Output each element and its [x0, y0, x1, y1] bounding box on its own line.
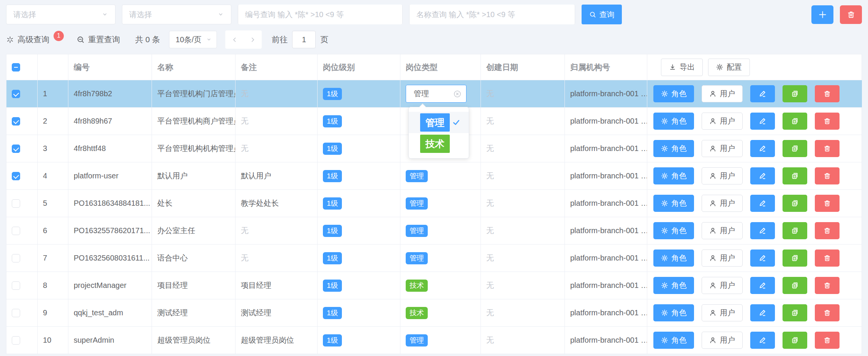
name-search-input[interactable]	[409, 5, 575, 24]
user-button[interactable]: 用户	[702, 332, 743, 349]
row-name-cell: 平台管理机构机构管理员	[152, 135, 236, 162]
row-org-cell: platform-branch-001 …	[565, 299, 647, 327]
row-checkbox[interactable]	[12, 309, 20, 317]
row-delete-button[interactable]	[815, 332, 840, 349]
user-button[interactable]: 用户	[702, 195, 743, 212]
edit-button[interactable]	[750, 222, 775, 239]
header-date: 创建日期	[481, 54, 565, 80]
row-delete-button[interactable]	[815, 167, 840, 184]
role-button[interactable]: 角色	[653, 195, 694, 212]
copy-button[interactable]	[783, 195, 807, 212]
gear-icon	[661, 118, 668, 125]
advanced-search-toggle[interactable]: 高级查询 1	[6, 34, 64, 45]
row-type-select[interactable]: 管理	[406, 85, 466, 103]
user-button[interactable]: 用户	[702, 277, 743, 294]
gear-icon	[661, 254, 668, 262]
copy-button[interactable]	[783, 85, 807, 102]
type-dropdown-option[interactable]: 管理	[409, 112, 469, 133]
role-button[interactable]: 角色	[653, 113, 694, 130]
export-button[interactable]: 导出	[661, 59, 703, 76]
search-button[interactable]: 查询	[582, 5, 622, 24]
config-button[interactable]: 配置	[708, 59, 750, 76]
goto-page-input[interactable]	[292, 31, 316, 48]
user-button[interactable]: 用户	[702, 113, 743, 130]
user-button-label: 用户	[720, 253, 735, 263]
row-checkbox[interactable]	[12, 90, 20, 98]
edit-button[interactable]	[750, 140, 775, 157]
row-delete-button[interactable]	[815, 250, 840, 267]
role-button[interactable]: 角色	[653, 304, 694, 321]
page-size-select[interactable]: 10条/页	[169, 31, 217, 48]
row-delete-button[interactable]	[815, 140, 840, 157]
reset-search-button[interactable]: 重置查询	[77, 34, 120, 45]
row-delete-button[interactable]	[815, 222, 840, 239]
row-delete-button[interactable]	[815, 304, 840, 321]
type-dropdown-option[interactable]: 技术	[409, 133, 469, 154]
user-button[interactable]: 用户	[702, 250, 743, 267]
add-button[interactable]	[811, 5, 833, 24]
user-button[interactable]: 用户	[702, 85, 743, 102]
header-code: 编号	[68, 54, 152, 80]
user-button-label: 用户	[720, 198, 735, 208]
role-button[interactable]: 角色	[653, 277, 694, 294]
copy-button[interactable]	[783, 140, 807, 157]
copy-button[interactable]	[783, 332, 807, 349]
role-button[interactable]: 角色	[653, 332, 694, 349]
row-checkbox[interactable]	[12, 199, 20, 208]
role-button[interactable]: 角色	[653, 167, 694, 184]
row-checkbox[interactable]	[12, 145, 20, 153]
row-delete-button[interactable]	[815, 85, 840, 102]
edit-button[interactable]	[750, 250, 775, 267]
row-checkbox[interactable]	[12, 227, 20, 235]
row-select-cell	[6, 190, 38, 217]
row-checkbox[interactable]	[12, 172, 20, 180]
role-button[interactable]: 角色	[653, 250, 694, 267]
user-button[interactable]: 用户	[702, 167, 743, 184]
type-badge: 管理	[406, 252, 428, 264]
row-checkbox[interactable]	[12, 117, 20, 126]
copy-button[interactable]	[783, 113, 807, 130]
role-button-label: 角色	[672, 143, 687, 154]
delete-selected-button[interactable]	[840, 5, 862, 24]
edit-button[interactable]	[750, 277, 775, 294]
copy-button[interactable]	[783, 222, 807, 239]
code-search-input[interactable]	[238, 5, 402, 24]
role-button[interactable]: 角色	[653, 140, 694, 157]
row-type-select-value: 管理	[414, 89, 429, 99]
row-checkbox[interactable]	[12, 336, 20, 345]
copy-button[interactable]	[783, 167, 807, 184]
filter-select-2[interactable]: 请选择	[122, 5, 231, 24]
user-button[interactable]: 用户	[702, 140, 743, 157]
row-delete-button[interactable]	[815, 195, 840, 212]
edit-button[interactable]	[750, 85, 775, 102]
filter-select-1[interactable]: 请选择	[6, 5, 115, 24]
row-index-cell: 4	[38, 162, 68, 190]
role-button[interactable]: 角色	[653, 85, 694, 102]
copy-button[interactable]	[783, 250, 807, 267]
page-unit-label: 页	[320, 34, 328, 45]
select-all-checkbox[interactable]	[12, 63, 20, 72]
row-delete-button[interactable]	[815, 113, 840, 130]
next-page-icon[interactable]	[249, 36, 256, 43]
user-button[interactable]: 用户	[702, 222, 743, 239]
gear-icon	[661, 145, 668, 152]
role-button[interactable]: 角色	[653, 222, 694, 239]
copy-button[interactable]	[783, 304, 807, 321]
edit-button[interactable]	[750, 113, 775, 130]
prev-page-icon[interactable]	[231, 36, 238, 43]
edit-button[interactable]	[750, 167, 775, 184]
row-date-cell: 无	[481, 190, 565, 217]
gear-icon	[661, 200, 668, 207]
row-delete-button[interactable]	[815, 277, 840, 294]
user-button[interactable]: 用户	[702, 304, 743, 321]
clear-icon[interactable]	[453, 90, 462, 98]
edit-button[interactable]	[750, 332, 775, 349]
gear-icon	[716, 64, 723, 71]
row-checkbox[interactable]	[12, 254, 20, 262]
edit-button[interactable]	[750, 195, 775, 212]
copy-button[interactable]	[783, 277, 807, 294]
edit-button[interactable]	[750, 304, 775, 321]
copy-icon	[791, 336, 799, 344]
row-checkbox[interactable]	[12, 281, 20, 290]
person-icon	[709, 254, 716, 262]
